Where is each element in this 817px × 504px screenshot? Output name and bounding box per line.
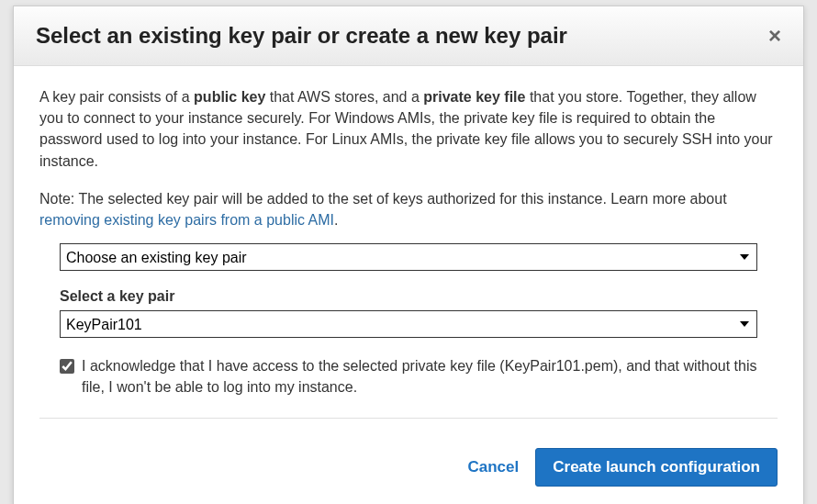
desc-mid1: that AWS stores, and a [265,89,423,105]
keypair-mode-select[interactable]: Choose an existing key pair [60,243,757,271]
cancel-button[interactable]: Cancel [468,458,520,476]
keypair-modal: Select an existing key pair or create a … [13,6,804,504]
create-launch-configuration-button[interactable]: Create launch configuration [535,448,778,487]
remove-keypairs-link[interactable]: removing existing key pairs from a publi… [39,212,334,228]
keypair-select[interactable]: KeyPair101 [60,310,757,338]
description-text: A key pair consists of a public key that… [39,86,778,172]
select-keypair-label: Select a key pair [60,286,757,307]
acknowledge-text: I acknowledge that I have access to the … [82,356,757,398]
acknowledge-checkbox[interactable] [60,359,74,374]
divider [39,418,778,419]
desc-pre1: A key pair consists of a [39,89,194,105]
modal-header: Select an existing key pair or create a … [14,6,803,66]
note-suffix: . [334,212,338,228]
close-icon[interactable]: × [768,25,781,47]
modal-body: A key pair consists of a public key that… [14,66,803,448]
desc-bold-public-key: public key [194,89,265,105]
modal-footer: Cancel Create launch configuration [14,448,803,504]
form-block: Choose an existing key pair Select a key… [39,243,778,398]
modal-title: Select an existing key pair or create a … [36,23,567,49]
acknowledge-row: I acknowledge that I have access to the … [60,356,757,398]
note-pre: Note: The selected key pair will be adde… [39,191,727,207]
desc-bold-private-key-file: private key file [423,89,525,105]
note-text: Note: The selected key pair will be adde… [39,188,778,230]
